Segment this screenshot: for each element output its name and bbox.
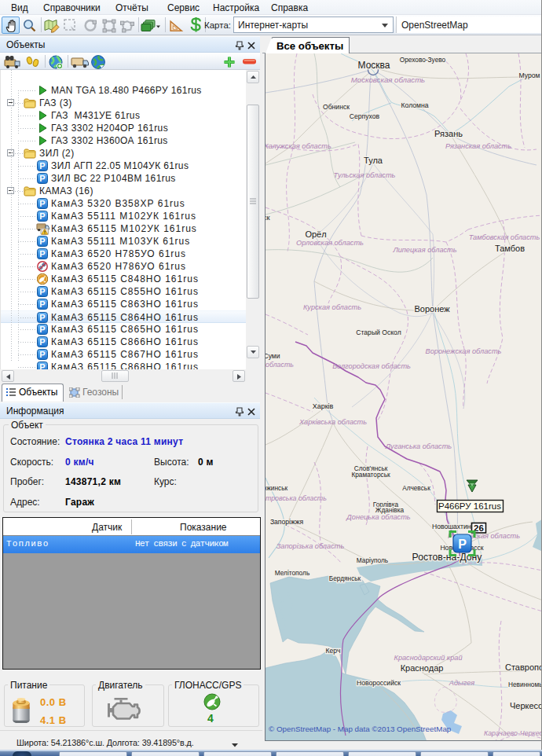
svg-text:Р466РУ 161rus: Р466РУ 161rus — [438, 501, 501, 511]
svg-text:Липецкая область: Липецкая область — [392, 246, 456, 254]
svg-text:Харківська область: Харківська область — [298, 418, 367, 426]
svg-text:ержинськ: ержинськ — [266, 484, 287, 492]
svg-text:Орехово-Зуево: Орехово-Зуево — [400, 56, 446, 64]
svg-text:P: P — [39, 174, 45, 183]
svg-text:P: P — [39, 337, 45, 347]
svg-text:P: P — [39, 350, 45, 359]
svg-text:Запоріжжя: Запоріжжя — [270, 518, 304, 526]
svg-text:P: P — [39, 211, 45, 221]
svg-text:Ростов-на-Дону: Ростов-на-Дону — [412, 552, 483, 563]
svg-text:Мелітополь: Мелітополь — [275, 569, 309, 577]
svg-text:Алчевськ: Алчевськ — [402, 484, 430, 492]
svg-text:Краснодар: Краснодар — [401, 663, 444, 673]
svg-text:Тульская область: Тульская область — [334, 171, 396, 179]
svg-text:P: P — [458, 538, 467, 551]
svg-text:P: P — [39, 249, 45, 259]
svg-text:Керч: Керч — [326, 647, 341, 655]
svg-text:Орловская область: Орловская область — [296, 239, 364, 247]
svg-text:P: P — [39, 313, 45, 322]
svg-text:Старый Оскол: Старый Оскол — [356, 328, 401, 336]
svg-text:Воронежская область: Воронежская область — [426, 347, 502, 355]
svg-text:Орёл: Орёл — [305, 229, 326, 239]
svg-text:P: P — [39, 161, 45, 171]
svg-text:Жданівка: Жданівка — [375, 506, 405, 514]
svg-text:Адыгея: Адыгея — [449, 679, 475, 687]
svg-text:Рязанская область: Рязанская область — [445, 142, 511, 150]
svg-text:Муром: Муром — [519, 72, 540, 79]
svg-text:Краснодарский край: Краснодарский край — [394, 654, 462, 662]
svg-text:Новороссийск: Новороссийск — [357, 679, 401, 687]
svg-text:Донецька область: Донецька область — [346, 513, 410, 521]
svg-text:P: P — [39, 199, 45, 208]
svg-text:Москва: Москва — [358, 60, 390, 71]
svg-text:Суми: Суми — [266, 352, 280, 360]
svg-text:P: P — [39, 299, 45, 309]
svg-text:Невинномысск: Невинномысск — [508, 681, 542, 688]
svg-text:Харків: Харків — [313, 402, 334, 410]
svg-text:Московская область: Московская область — [351, 75, 425, 84]
svg-text:Тамбов: Тамбов — [495, 244, 525, 253]
svg-text:P: P — [39, 362, 45, 369]
svg-text:Курская область: Курская область — [303, 303, 361, 311]
svg-text:Серпухов: Серпухов — [350, 112, 380, 120]
svg-text:Тамбовская область: Тамбовская область — [469, 233, 540, 241]
svg-text:Тула: Тула — [364, 156, 383, 165]
svg-text:P: P — [39, 325, 45, 334]
svg-text:Бердянськ: Бердянськ — [329, 574, 361, 582]
svg-text:Коломна: Коломна — [401, 101, 429, 109]
svg-text:Воронеж: Воронеж — [414, 304, 450, 314]
svg-text:Краматорськ: Краматорськ — [351, 471, 390, 479]
svg-text:область: область — [266, 361, 294, 369]
svg-text:Луганська область: Луганська область — [385, 442, 452, 450]
svg-text:P: P — [39, 287, 45, 296]
svg-text:P: P — [39, 237, 45, 246]
svg-text:© OpenStreetMap - Map data ©20: © OpenStreetMap - Map data ©2013 OpenStr… — [269, 725, 452, 733]
svg-text:Маріуполь: Маріуполь — [357, 556, 388, 564]
svg-text:тровська область: тровська область — [266, 494, 327, 502]
svg-text:Карачаево-Черкесия: Карачаево-Черкесия — [484, 729, 542, 737]
svg-text:Белгородская область: Белгородская область — [332, 362, 411, 370]
svg-text:Рязань: Рязань — [434, 129, 463, 138]
svg-text:ск: ск — [266, 214, 271, 222]
svg-text:Обнинск: Обнинск — [323, 103, 350, 111]
svg-text:Черкесск: Черкесск — [510, 701, 542, 710]
svg-text:Ставрополь: Ставрополь — [505, 662, 542, 672]
svg-text:Калужская область: Калужская область — [266, 142, 331, 150]
svg-text:Запорізька область: Запорізька область — [276, 542, 345, 550]
